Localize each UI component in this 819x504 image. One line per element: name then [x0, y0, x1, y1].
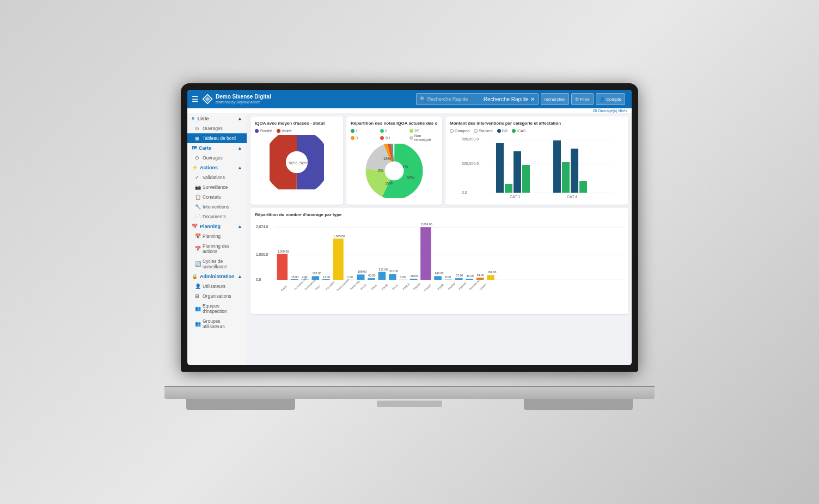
svg-text:Ponts maç.: Ponts maç. — [350, 279, 361, 291]
svg-text:138.00: 138.00 — [313, 272, 321, 275]
sidebar-item-surveillance[interactable]: 📷 Surveillance — [187, 182, 247, 192]
svg-text:187.00: 187.00 — [487, 271, 496, 274]
sidebar-item-utilisateurs[interactable]: 👤 Utilisateurs — [187, 281, 247, 291]
search-input[interactable] — [427, 96, 482, 102]
sidebar-item-constats[interactable]: 📋 Constats — [187, 192, 247, 202]
svg-rect-95 — [476, 278, 484, 280]
svg-text:PRAD: PRAD — [360, 284, 367, 291]
svg-text:1.00: 1.00 — [347, 275, 353, 279]
chart-repartition-type: Répartition du nombre d'ouvrage par type… — [250, 208, 628, 314]
chart2-title: Répartition des notes IQOA actuelle des … — [351, 121, 438, 126]
filtre-button[interactable]: ⚙ Filtre — [571, 93, 594, 105]
app-name: Demo Sixense Digital — [216, 94, 271, 100]
bar-chart-2: 2,074.0 1,000.0 0.0 1,009.00 — [255, 220, 624, 308]
header-logo: Demo Sixense Digital powered by Beyond A… — [202, 94, 271, 105]
pie-chart-1: 50% 50% — [270, 135, 324, 189]
svg-text:39.00: 39.00 — [411, 274, 418, 278]
svg-text:8.00: 8.00 — [445, 275, 451, 279]
svg-rect-71 — [389, 274, 396, 280]
sidebar-item-equipes-inspection[interactable]: 👥 Equipes d'inspection — [187, 301, 247, 316]
rechercher-button[interactable]: rechercher — [541, 93, 569, 105]
compte-button[interactable]: 👤 Compte — [596, 93, 625, 105]
svg-text:PS0A: PS0A — [371, 284, 378, 291]
svg-text:Buses: Buses — [280, 285, 288, 292]
svg-text:PS0M: PS0M — [437, 284, 444, 291]
svg-rect-77 — [410, 279, 418, 280]
chart1-legend: Planifié Validé — [255, 129, 339, 133]
svg-rect-30 — [562, 162, 570, 193]
svg-rect-41 — [277, 254, 288, 280]
sidebar-item-organisations[interactable]: ⊞ Organisations — [187, 291, 247, 301]
svg-text:2,074.0: 2,074.0 — [256, 225, 268, 229]
sidebar-item-groupes-utilisateurs[interactable]: 👥 Groupes utilisateurs — [187, 316, 247, 331]
sidebar-item-planning-actions[interactable]: 📅 Planning des actions — [187, 241, 247, 256]
sidebar-item-ouvrages-1[interactable]: ⊙ Ouvrages — [187, 124, 247, 133]
svg-text:35.00: 35.00 — [466, 274, 473, 278]
svg-text:146.00: 146.00 — [435, 272, 443, 275]
chart3-legend: Grouped Stacked GR ICAS — [450, 129, 624, 133]
filter-count: 20 Ouvrage(s) filtrés — [187, 108, 632, 113]
svg-rect-65 — [368, 278, 375, 280]
svg-text:Ponts caisson: Ponts caisson — [337, 278, 350, 292]
svg-text:1,625.00: 1,625.00 — [333, 235, 345, 238]
chart2-legend: 1 2 2E 3 3U Non renseigné — [351, 129, 438, 142]
chart1-title: IQOA avec moyen d'accès - statut — [255, 121, 339, 126]
search-icon: 🔍 — [420, 96, 426, 102]
sidebar-item-interventions[interactable]: 🔧 Interventions — [187, 202, 247, 212]
sidebar-item-documents[interactable]: 📄 Documents — [187, 212, 247, 222]
svg-text:2,074.00: 2,074.00 — [421, 223, 432, 226]
logo-icon — [202, 94, 213, 105]
svg-rect-32 — [579, 181, 587, 193]
svg-rect-89 — [455, 278, 463, 280]
sidebar-item-planning[interactable]: 📅 Planning — [187, 231, 247, 241]
svg-text:PS0DP: PS0DP — [424, 284, 432, 292]
svg-text:Voûtes: Voûtes — [479, 283, 487, 291]
svg-rect-62 — [357, 274, 365, 280]
svg-text:PS0A: PS0A — [392, 284, 399, 291]
svg-text:PS0DE: PS0DE — [402, 282, 411, 291]
svg-rect-92 — [466, 279, 473, 280]
menu-icon[interactable]: ☰ — [192, 95, 199, 103]
svg-text:PS0IB: PS0IB — [381, 284, 388, 291]
svg-text:CAT 4: CAT 4 — [567, 195, 577, 199]
sidebar-item-ouvrages-2[interactable]: ⊙ Ouvrages — [187, 153, 247, 163]
svg-rect-27 — [514, 151, 521, 193]
svg-text:CAT 1: CAT 1 — [510, 195, 520, 199]
app-header: ☰ Demo Sixense Digital powered by Beyond… — [187, 90, 632, 108]
svg-text:Paroi: Paroi — [315, 285, 321, 291]
chart4-title: Répartition du nombre d'ouvrage par type — [255, 212, 624, 217]
chart3-title: Montant des interventions par catégorie … — [450, 121, 624, 126]
svg-text:57.00: 57.00 — [456, 274, 463, 277]
svg-text:4.00: 4.00 — [400, 275, 405, 279]
svg-rect-80 — [420, 227, 431, 280]
svg-text:1,000.0: 1,000.0 — [256, 253, 268, 256]
svg-text:560,000.0: 560,000.0 — [462, 137, 479, 141]
sidebar-section-liste[interactable]: # Liste ▲ — [187, 113, 247, 124]
sidebar-item-validations[interactable]: ✓ Validations — [187, 173, 247, 182]
svg-text:15.00: 15.00 — [291, 275, 298, 279]
sidebar-item-cycles-surveillance[interactable]: 🔄 Cycles de surveillance — [187, 256, 247, 272]
pie-chart-2: 1% 57% 19% 2% 18% — [364, 144, 424, 198]
sidebar-section-planning[interactable]: 📅 Planning ▲ — [187, 222, 247, 231]
svg-text:300,000.0: 300,000.0 — [462, 162, 479, 165]
clear-search-button[interactable]: ✕ — [530, 96, 535, 102]
header-title: Demo Sixense Digital powered by Beyond A… — [216, 94, 271, 105]
svg-text:9.00: 9.00 — [302, 275, 307, 279]
main-content: IQOA avec moyen d'accès - statut Planifi… — [247, 113, 632, 365]
svg-text:12.00: 12.00 — [323, 275, 330, 279]
chart-interventions: Montant des interventions par catégorie … — [445, 116, 628, 205]
sidebar-section-administration[interactable]: 🔒 Administration ▲ — [187, 272, 247, 281]
svg-text:50%: 50% — [300, 161, 308, 165]
sidebar-section-carte[interactable]: 🗺 Carte ▲ — [187, 143, 247, 153]
svg-text:50%: 50% — [289, 161, 297, 165]
sidebar-item-tableau-bord[interactable]: ▦ Tableau de bord — [187, 133, 247, 143]
svg-rect-25 — [496, 143, 504, 193]
svg-rect-26 — [505, 184, 512, 193]
svg-text:PS/PRE: PS/PRE — [458, 281, 467, 291]
svg-rect-29 — [553, 140, 561, 193]
search-box[interactable]: 🔍 Recherche Rapide ✕ — [416, 93, 539, 105]
close-search-icon[interactable]: Recherche Rapide — [484, 96, 529, 102]
svg-text:18%: 18% — [383, 157, 391, 161]
sidebar: # Liste ▲ ⊙ Ouvrages ▦ Tableau de bord 🗺 — [187, 113, 247, 365]
sidebar-section-actions[interactable]: ⚡ Actions ▲ — [187, 163, 247, 173]
